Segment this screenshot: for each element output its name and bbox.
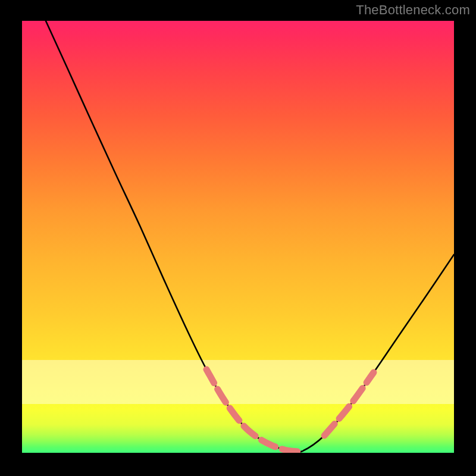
bottleneck-curve xyxy=(46,21,454,453)
plot-area xyxy=(22,21,454,453)
watermark-text: TheBottleneck.com xyxy=(356,2,470,18)
curve-layer xyxy=(22,21,454,453)
dashed-highlight-left xyxy=(206,369,302,452)
chart-root: TheBottleneck.com xyxy=(0,0,476,476)
dashed-highlight-right xyxy=(324,372,374,436)
